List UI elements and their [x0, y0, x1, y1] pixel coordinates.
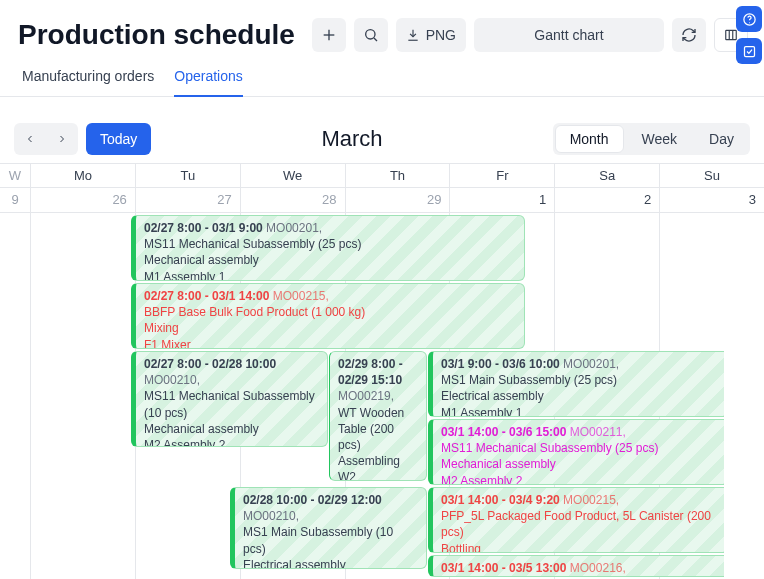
weeknum: 9	[0, 188, 30, 212]
next-period-button[interactable]	[46, 123, 78, 155]
download-icon	[406, 28, 420, 42]
event-time: 03/1 14:00 - 03/5 13:00	[441, 561, 566, 575]
download-png-button[interactable]: PNG	[396, 18, 466, 52]
event-text: M2 Assembly 2	[144, 437, 319, 447]
event-mo: MO00219,	[338, 389, 394, 403]
svg-line-3	[374, 38, 377, 41]
event-time: 02/27 8:00 - 03/1 9:00	[144, 221, 263, 235]
refresh-button[interactable]	[672, 18, 706, 52]
refresh-icon	[681, 27, 697, 43]
event-text: Bottling	[441, 541, 716, 553]
event-text: Mechanical assembly	[441, 456, 716, 472]
gantt-chart-label: Gantt chart	[534, 27, 603, 43]
today-button[interactable]: Today	[86, 123, 151, 155]
dayhead-fr: Fr	[449, 164, 554, 187]
day-cell[interactable]: 2	[554, 188, 659, 212]
event-time: 02/27 8:00 - 02/28 10:00	[144, 357, 276, 371]
search-icon	[363, 27, 379, 43]
day-cell[interactable]: 3	[659, 188, 764, 212]
event-text: MS11 Mechanical Subassembly (25 pcs)	[441, 440, 716, 456]
event-text: MS1 Main Subassembly (25 pcs)	[441, 372, 716, 388]
check-icon	[742, 44, 757, 59]
event-mo: MO00215,	[273, 289, 329, 303]
weeknum-header: W	[0, 164, 30, 187]
day-cell[interactable]: 26	[30, 188, 135, 212]
event-text: M1 Assembly 1	[144, 269, 516, 281]
dayhead-mo: Mo	[30, 164, 135, 187]
view-month[interactable]: Month	[555, 125, 624, 153]
plus-icon	[321, 27, 337, 43]
event-time: 02/28 10:00 - 02/29 12:00	[243, 493, 382, 507]
event-mo: MO00210,	[243, 509, 299, 523]
event-text: BBFP Base Bulk Food Product (1 000 kg)	[144, 304, 516, 320]
help-button[interactable]	[736, 6, 762, 32]
download-png-label: PNG	[426, 27, 456, 43]
event-text: WT Wooden Table (200 pcs)	[338, 405, 418, 454]
search-button[interactable]	[354, 18, 388, 52]
dayhead-th: Th	[345, 164, 450, 187]
event-text: M2 Assembly 2	[441, 473, 716, 485]
page-title: Production schedule	[18, 19, 295, 51]
tab-manufacturing-orders[interactable]: Manufacturing orders	[22, 58, 154, 96]
view-week[interactable]: Week	[626, 123, 694, 155]
event-time: 03/1 14:00 - 03/4 9:20	[441, 493, 560, 507]
day-cell[interactable]: 27	[135, 188, 240, 212]
event-text: Electrical assembly	[441, 388, 716, 404]
event-text: PFP_5L Packaged Food Product, 5L Caniste…	[441, 508, 716, 540]
dayhead-tu: Tu	[135, 164, 240, 187]
chevron-right-icon	[56, 133, 68, 145]
prev-period-button[interactable]	[14, 123, 46, 155]
event-text: MS11 Mechanical Subassembly (25 pcs)	[144, 236, 516, 252]
dayhead-sa: Sa	[554, 164, 659, 187]
calendar-event[interactable]: 03/1 14:00 - 03/4 9:20 MO00215, PFP_5L P…	[428, 487, 724, 553]
event-time: 02/29 8:00 - 02/29 15:10	[338, 357, 403, 387]
chevron-left-icon	[24, 133, 36, 145]
day-cell[interactable]: 1	[449, 188, 554, 212]
day-cell[interactable]: 29	[345, 188, 450, 212]
calendar-date-row: 9 26 27 28 29 1 2 3	[0, 188, 764, 213]
help-icon	[742, 12, 757, 27]
calendar-event[interactable]: 03/1 9:00 - 03/6 10:00 MO00201, MS1 Main…	[428, 351, 724, 417]
calendar-event[interactable]: 02/29 8:00 - 02/29 15:10 MO00219, WT Woo…	[329, 351, 427, 481]
svg-point-8	[749, 22, 750, 23]
period-title: March	[159, 126, 544, 152]
event-mo: MO00215,	[563, 493, 619, 507]
event-time: 02/27 8:00 - 03/1 14:00	[144, 289, 269, 303]
tab-operations[interactable]: Operations	[174, 58, 242, 96]
calendar-event[interactable]: 02/27 8:00 - 02/28 10:00 MO00210, MS11 M…	[131, 351, 328, 447]
event-text: M1 Assembly 1	[441, 405, 716, 417]
tasks-button[interactable]	[736, 38, 762, 64]
calendexternas-event[interactable]: 03/1 14:00 - 03/5 13:00 MO00216,	[428, 555, 724, 577]
view-segmented: Month Week Day	[553, 123, 750, 155]
event-text: Assembling	[338, 453, 418, 469]
calendar-event[interactable]: 02/28 10:00 - 02/29 12:00 MO00210, MS1 M…	[230, 487, 427, 569]
event-time: 03/1 9:00 - 03/6 10:00	[441, 357, 560, 371]
gantt-chart-button[interactable]: Gantt chart	[474, 18, 664, 52]
svg-rect-9	[744, 46, 754, 56]
add-button[interactable]	[312, 18, 346, 52]
svg-point-2	[365, 30, 374, 39]
event-mo: MO00210,	[144, 373, 200, 387]
floating-actions	[736, 6, 762, 64]
event-mo: MO00216,	[570, 561, 626, 575]
day-cell[interactable]: 28	[240, 188, 345, 212]
calendar-event[interactable]: 02/27 8:00 - 03/1 14:00 MO00215, BBFP Ba…	[131, 283, 525, 349]
event-text: Electrical assembly	[243, 557, 418, 569]
event-time: 03/1 14:00 - 03/6 15:00	[441, 425, 566, 439]
event-text: Mixing	[144, 320, 516, 336]
calendar-event[interactable]: 02/27 8:00 - 03/1 9:00 MO00201, MS11 Mec…	[131, 215, 525, 281]
view-day[interactable]: Day	[693, 123, 750, 155]
event-text: Mechanical assembly	[144, 421, 319, 437]
event-text: F1 Mixer	[144, 337, 516, 349]
event-text: MS1 Main Subassembly (10 pcs)	[243, 524, 418, 556]
svg-rect-4	[726, 30, 737, 39]
event-text: Mechanical assembly	[144, 252, 516, 268]
dayhead-we: We	[240, 164, 345, 187]
calendar-event[interactable]: 03/1 14:00 - 03/6 15:00 MO00211, MS11 Me…	[428, 419, 724, 485]
dayhead-su: Su	[659, 164, 764, 187]
event-text: W2 Woodworks 2	[338, 469, 418, 481]
event-mo: MO00201,	[266, 221, 322, 235]
event-text: MS11 Mechanical Subassembly (10 pcs)	[144, 388, 319, 420]
event-mo: MO00211,	[570, 425, 626, 439]
event-mo: MO00201,	[563, 357, 619, 371]
